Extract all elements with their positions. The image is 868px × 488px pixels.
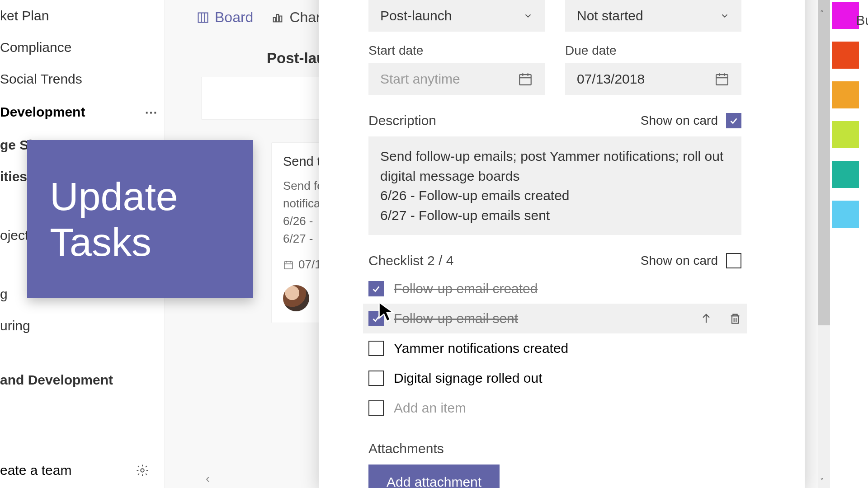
add-item-placeholder: Add an item bbox=[394, 400, 466, 416]
checklist-label: Checklist 2 / 4 bbox=[368, 253, 453, 268]
bucket-label-clip: Buck bbox=[856, 13, 868, 28]
avatar bbox=[283, 285, 309, 311]
checkbox-unchecked bbox=[368, 400, 384, 416]
label-colors bbox=[832, 2, 859, 228]
checklist-text: Yammer notifications created bbox=[394, 341, 568, 356]
show-on-card-label: Show on card bbox=[641, 253, 718, 268]
sidebar-section[interactable]: and Development bbox=[0, 364, 165, 396]
right-panel: ˄ ˅ Buck bbox=[818, 0, 868, 488]
tab-chart[interactable]: Chart bbox=[271, 9, 325, 26]
tab-label: Board bbox=[215, 9, 253, 26]
sidebar-group[interactable]: Development ⋯ bbox=[0, 95, 165, 129]
color-swatch[interactable] bbox=[832, 161, 859, 188]
color-swatch[interactable] bbox=[832, 2, 859, 29]
progress-select[interactable]: Not started bbox=[565, 0, 741, 32]
svg-rect-11 bbox=[519, 75, 531, 85]
checklist-item[interactable]: Follow-up email sent bbox=[363, 304, 747, 333]
promote-icon[interactable] bbox=[700, 312, 712, 325]
svg-rect-4 bbox=[274, 18, 276, 22]
color-swatch[interactable] bbox=[832, 81, 859, 108]
svg-rect-5 bbox=[277, 14, 279, 22]
scroll-left-arrow[interactable]: ‹ bbox=[206, 472, 210, 486]
calendar-icon[interactable] bbox=[714, 71, 730, 87]
task-detail-modal: Post-launch Not started Start date bbox=[319, 0, 805, 488]
calendar-icon bbox=[283, 259, 294, 270]
column-title: Post-lau bbox=[267, 50, 326, 67]
due-date-label: Due date bbox=[565, 43, 741, 58]
svg-rect-15 bbox=[716, 75, 728, 85]
chevron-down-icon bbox=[720, 11, 730, 21]
start-date-label: Start date bbox=[368, 43, 545, 58]
callout-tile: UpdateTasks bbox=[27, 140, 253, 298]
show-on-card-toggle[interactable]: Show on card bbox=[641, 113, 741, 128]
gear-icon[interactable] bbox=[136, 464, 149, 477]
color-swatch[interactable] bbox=[832, 42, 859, 69]
sidebar-item[interactable]: Social Trends bbox=[0, 63, 165, 95]
checklist-item[interactable]: Digital signage rolled out bbox=[368, 363, 741, 393]
scroll-up-icon[interactable]: ˄ bbox=[820, 9, 828, 17]
sidebar-item[interactable]: uring bbox=[0, 310, 165, 342]
create-team-label: eate a team bbox=[0, 463, 71, 478]
chart-icon bbox=[271, 11, 284, 24]
chevron-down-icon bbox=[523, 11, 533, 21]
checklist-text: Follow-up email created bbox=[394, 281, 538, 296]
tab-board[interactable]: Board bbox=[197, 9, 253, 26]
checkbox-checked[interactable] bbox=[368, 281, 384, 296]
color-swatch[interactable] bbox=[832, 121, 859, 148]
scrollbar-thumb[interactable] bbox=[818, 0, 830, 325]
scroll-down-icon[interactable]: ˅ bbox=[820, 477, 828, 485]
checkbox-unchecked[interactable] bbox=[368, 371, 384, 386]
description-textarea[interactable]: Send follow-up emails; post Yammer notif… bbox=[368, 136, 741, 235]
start-date-field[interactable] bbox=[380, 71, 493, 87]
checkbox-unchecked[interactable] bbox=[368, 341, 384, 356]
ellipsis-icon[interactable]: ⋯ bbox=[142, 103, 160, 121]
scrollbar-track[interactable]: ˄ ˅ bbox=[818, 0, 830, 488]
description-label: Description bbox=[368, 113, 436, 128]
svg-point-0 bbox=[141, 469, 144, 472]
create-team[interactable]: eate a team bbox=[0, 453, 165, 488]
cursor-icon bbox=[377, 300, 396, 323]
trash-icon[interactable] bbox=[729, 312, 741, 325]
due-date-field[interactable] bbox=[577, 71, 690, 87]
bucket-select[interactable]: Post-launch bbox=[368, 0, 545, 32]
checklist-item[interactable]: Yammer notifications created bbox=[368, 333, 741, 363]
show-on-card-toggle[interactable]: Show on card bbox=[641, 253, 741, 268]
sidebar-item[interactable]: Compliance bbox=[0, 32, 165, 63]
svg-rect-20 bbox=[732, 316, 738, 323]
progress-value: Not started bbox=[577, 8, 643, 23]
show-on-card-label: Show on card bbox=[641, 113, 718, 128]
checklist-item[interactable]: Follow-up email created bbox=[368, 274, 741, 304]
due-date-input[interactable] bbox=[565, 63, 741, 95]
svg-rect-1 bbox=[198, 13, 208, 22]
checkbox-checked[interactable] bbox=[726, 113, 741, 128]
checkbox-unchecked[interactable] bbox=[726, 253, 741, 268]
checklist-text: Follow-up email sent bbox=[394, 311, 518, 326]
add-attachment-button[interactable]: Add attachment bbox=[368, 465, 500, 488]
bucket-value: Post-launch bbox=[380, 8, 452, 23]
sidebar-item[interactable]: ket Plan bbox=[0, 0, 165, 32]
checklist-text: Digital signage rolled out bbox=[394, 371, 542, 386]
svg-rect-7 bbox=[284, 262, 292, 269]
sidebar-group-label: Development bbox=[0, 104, 85, 120]
svg-rect-6 bbox=[280, 16, 282, 22]
board-icon bbox=[197, 11, 209, 24]
add-checklist-item[interactable]: Add an item bbox=[368, 393, 741, 423]
start-date-input[interactable] bbox=[368, 63, 545, 95]
calendar-icon[interactable] bbox=[518, 71, 533, 87]
attachments-label: Attachments bbox=[368, 441, 805, 456]
checklist: Follow-up email created Follow-up email … bbox=[368, 274, 741, 423]
color-swatch[interactable] bbox=[832, 201, 859, 228]
